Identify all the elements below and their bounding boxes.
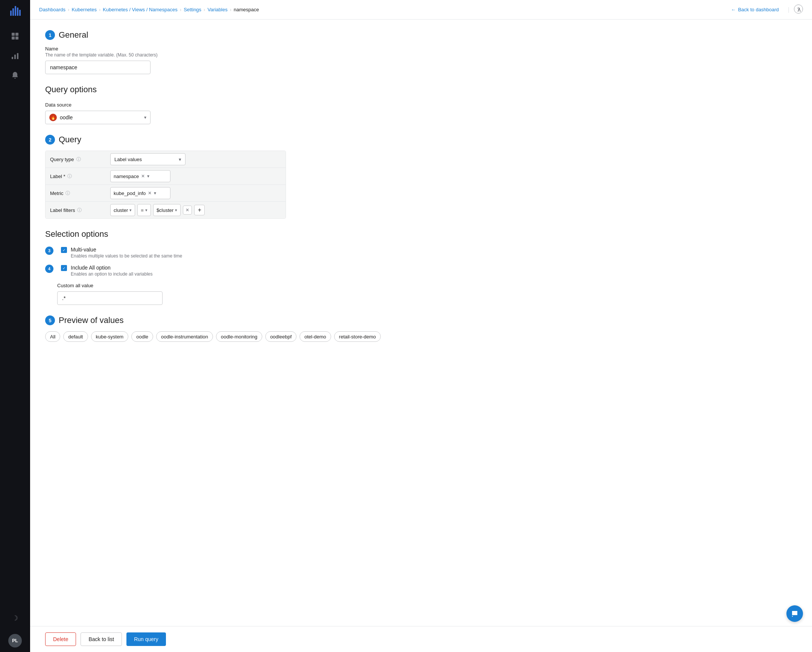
chat-bubble-button[interactable]	[786, 605, 803, 622]
query-type-select[interactable]: Label values ▾	[110, 153, 186, 165]
preview-chip[interactable]: oodleebpf	[265, 331, 296, 342]
run-query-button[interactable]: Run query	[127, 632, 166, 646]
label-val: namespace	[114, 173, 139, 179]
step-5-badge: 5	[45, 315, 55, 325]
breadcrumb-dashboards[interactable]: Dashboards	[39, 7, 66, 12]
preview-title: Preview of values	[59, 315, 124, 325]
label-filters-info-icon[interactable]: ⓘ	[77, 207, 82, 213]
svg-rect-2	[15, 6, 16, 16]
metric-val: kube_pod_info	[114, 190, 146, 196]
svg-rect-10	[14, 55, 16, 59]
help-icon[interactable]: ?	[794, 5, 803, 14]
preview-chip[interactable]: oodle	[131, 331, 153, 342]
label-info-icon[interactable]: ⓘ	[67, 173, 72, 179]
app-logo[interactable]	[9, 5, 21, 19]
back-dashboard-label: Back to dashboard	[738, 7, 778, 12]
include-all-label: Include All option	[71, 265, 153, 271]
breadcrumb-sep-4: ›	[203, 7, 205, 12]
sidebar-item-alerting[interactable]	[7, 67, 23, 84]
custom-all-input[interactable]	[57, 291, 163, 305]
back-to-dashboard-button[interactable]: ← Back to dashboard	[728, 5, 781, 14]
metric-row-label: Metric ⓘ	[46, 186, 106, 200]
metric-clear-icon[interactable]: ✕	[148, 190, 152, 196]
include-all-text: Include All option Enables an option to …	[71, 265, 153, 277]
include-all-row: 4 ✓ Include All option Enables an option…	[45, 265, 797, 277]
content-wrapper: 1 General Name The name of the template …	[30, 20, 812, 652]
svg-rect-6	[15, 33, 18, 36]
filter-op-select[interactable]: = ▾	[137, 204, 151, 216]
name-label: Name	[45, 46, 797, 52]
general-header: 1 General	[45, 30, 797, 40]
filter-op-val: =	[141, 207, 144, 213]
multi-value-checkbox-row: ✓ Multi-value Enables multiple values to…	[61, 246, 182, 259]
svg-rect-7	[12, 37, 15, 40]
datasource-select[interactable]: 🔥 oodle ▾	[45, 111, 151, 124]
topbar-actions: ← Back to dashboard | ∧	[728, 5, 803, 15]
preview-header: 5 Preview of values	[45, 315, 797, 325]
step-4-badge: 4	[45, 265, 53, 273]
metric-chevron-icon: ▾	[154, 190, 156, 196]
breadcrumb-variables[interactable]: Variables	[207, 7, 227, 12]
main-content: Dashboards › Kubernetes › Kubernetes / V…	[30, 0, 812, 652]
query-type-val: Label values	[114, 157, 142, 162]
filter-key-select[interactable]: cluster ▾	[110, 204, 135, 216]
svg-rect-3	[17, 8, 18, 16]
query-type-row: Query type ⓘ Label values ▾	[46, 151, 285, 168]
delete-button[interactable]: Delete	[45, 632, 76, 646]
sidebar-item-dashboards[interactable]	[7, 28, 23, 44]
breadcrumb-sep-5: ›	[230, 7, 231, 12]
breadcrumb: Dashboards › Kubernetes › Kubernetes / V…	[39, 7, 259, 12]
preview-chip[interactable]: kube-system	[91, 331, 129, 342]
query-type-label: Query type ⓘ	[46, 153, 106, 166]
filter-add-button[interactable]: +	[194, 205, 205, 215]
metric-row-value: kube_pod_info ✕ ▾	[106, 185, 285, 201]
datasource-select-inner: 🔥 oodle	[49, 114, 73, 121]
datasource-label: Data source	[45, 102, 797, 108]
preview-chip[interactable]: oodle-monitoring	[216, 331, 262, 342]
label-select[interactable]: namespace ✕ ▾	[110, 170, 171, 182]
back-to-list-button[interactable]: Back to list	[81, 632, 122, 646]
breadcrumb-kubernetes[interactable]: Kubernetes	[72, 7, 97, 12]
sidebar-item-explore[interactable]	[7, 47, 23, 64]
filter-val-select[interactable]: $cluster ▾	[153, 204, 181, 216]
multi-value-checkbox[interactable]: ✓	[61, 247, 67, 253]
preview-chip[interactable]: otel-demo	[299, 331, 331, 342]
include-all-checkbox[interactable]: ✓	[61, 265, 67, 271]
svg-rect-12	[793, 612, 796, 613]
general-title: General	[59, 30, 88, 40]
datasource-chevron-icon: ▾	[144, 115, 147, 120]
breadcrumb-views[interactable]: Kubernetes / Views / Namespaces	[103, 7, 177, 12]
preview-chip[interactable]: All	[45, 331, 60, 342]
preview-chip[interactable]: default	[63, 331, 88, 342]
multi-value-label: Multi-value	[71, 246, 182, 253]
breadcrumb-sep-2: ›	[99, 7, 101, 12]
metric-select[interactable]: kube_pod_info ✕ ▾	[110, 187, 171, 199]
theme-toggle-icon[interactable]: ☽	[7, 610, 23, 626]
breadcrumb-settings[interactable]: Settings	[184, 7, 201, 12]
filter-remove-button[interactable]: ✕	[183, 205, 192, 214]
metric-info-icon[interactable]: ⓘ	[66, 190, 70, 196]
include-all-hint: Enables an option to include all variabl…	[71, 271, 153, 277]
svg-rect-1	[12, 8, 14, 16]
include-all-checkbox-row: ✓ Include All option Enables an option t…	[61, 265, 153, 277]
selection-options-section: Selection options 3 ✓ Multi-value Enable…	[45, 229, 797, 305]
name-input[interactable]	[45, 61, 151, 74]
breadcrumb-sep-1: ›	[68, 7, 69, 12]
preview-chip[interactable]: retail-store-demo	[334, 331, 381, 342]
preview-chip[interactable]: oodle-instrumentation	[156, 331, 213, 342]
svg-rect-11	[17, 53, 18, 59]
label-clear-icon[interactable]: ✕	[141, 173, 145, 179]
topbar: Dashboards › Kubernetes › Kubernetes / V…	[30, 0, 812, 20]
custom-all-section: Custom all value	[57, 283, 797, 305]
name-field-group: Name The name of the template variable. …	[45, 46, 797, 74]
svg-rect-0	[10, 11, 12, 16]
user-avatar[interactable]: PL	[8, 634, 22, 647]
query-type-chevron-icon: ▾	[179, 157, 182, 162]
query-type-info-icon[interactable]: ⓘ	[76, 156, 81, 163]
name-hint: The name of the template variable. (Max.…	[45, 52, 797, 58]
datasource-icon: 🔥	[49, 114, 57, 121]
sidebar-bottom: ☽ PL	[7, 610, 23, 647]
query-section: 2 Query Query type ⓘ Label values ▾	[45, 135, 797, 219]
filter-val-chevron-icon: ▾	[175, 208, 177, 213]
datasource-value: oodle	[60, 115, 73, 121]
